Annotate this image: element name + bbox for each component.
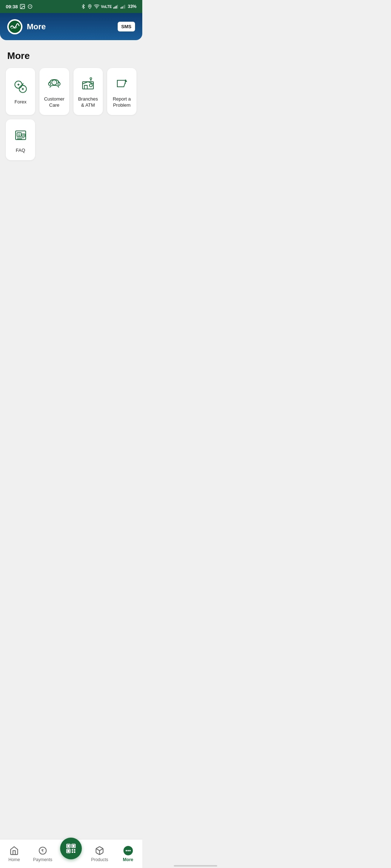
- customer-care-icon: [46, 75, 63, 93]
- svg-rect-13: [124, 5, 125, 8]
- svg-rect-12: [123, 6, 124, 9]
- svg-rect-6: [113, 7, 114, 8]
- svg-rect-8: [116, 6, 117, 9]
- status-bar: 09:38 VoLTE 33%: [0, 0, 142, 13]
- status-time: 09:38: [6, 4, 18, 9]
- svg-point-23: [90, 78, 92, 80]
- svg-point-5: [96, 8, 97, 9]
- branches-atm-card[interactable]: Branches & ATM: [73, 68, 103, 115]
- battery-level: 33%: [128, 4, 136, 9]
- piggy-icon: [27, 4, 33, 9]
- location-icon: [87, 4, 92, 9]
- header: More SMS: [0, 13, 142, 40]
- forex-card[interactable]: Forex: [6, 68, 35, 115]
- logo-svg: [8, 20, 21, 33]
- svg-text:Q: Q: [18, 133, 20, 136]
- svg-rect-10: [121, 7, 121, 8]
- forex-label: Forex: [14, 99, 26, 105]
- customer-care-card[interactable]: Customer Care: [39, 68, 69, 115]
- svg-rect-7: [114, 7, 115, 9]
- faq-card[interactable]: Q A FAQ: [6, 119, 35, 160]
- svg-point-1: [21, 5, 22, 6]
- report-problem-icon: [113, 75, 130, 93]
- volte-icon: VoLTE: [101, 5, 112, 9]
- signal2-icon: [121, 4, 126, 9]
- svg-rect-9: [117, 5, 118, 8]
- wifi-icon: [94, 4, 100, 9]
- sms-button[interactable]: SMS: [118, 22, 135, 31]
- header-title: More: [27, 22, 46, 31]
- grid-row-1: Forex Customer Care: [0, 68, 142, 115]
- report-problem-card[interactable]: Report a Problem: [107, 68, 136, 115]
- header-left: More: [7, 19, 46, 34]
- page-title: More: [0, 40, 142, 68]
- svg-text:A: A: [23, 134, 25, 136]
- bluetooth-icon: [81, 4, 86, 9]
- gallery-icon: [20, 4, 25, 9]
- svg-point-4: [89, 5, 91, 7]
- signal-icon: [113, 4, 119, 9]
- faq-icon: Q A: [12, 127, 29, 144]
- svg-point-18: [53, 81, 55, 83]
- forex-icon: [12, 78, 29, 95]
- status-icons: VoLTE 33%: [81, 4, 136, 9]
- app-logo: [7, 19, 22, 34]
- branches-atm-label: Branches & ATM: [77, 96, 99, 109]
- faq-label: FAQ: [16, 148, 25, 154]
- grid-row-2: Q A FAQ: [0, 119, 142, 160]
- svg-point-22: [89, 84, 92, 87]
- customer-care-label: Customer Care: [43, 96, 65, 109]
- branches-atm-icon: [79, 75, 97, 93]
- svg-point-3: [30, 6, 31, 6]
- svg-point-2: [28, 5, 32, 9]
- svg-rect-11: [122, 7, 122, 9]
- report-problem-label: Report a Problem: [111, 96, 133, 109]
